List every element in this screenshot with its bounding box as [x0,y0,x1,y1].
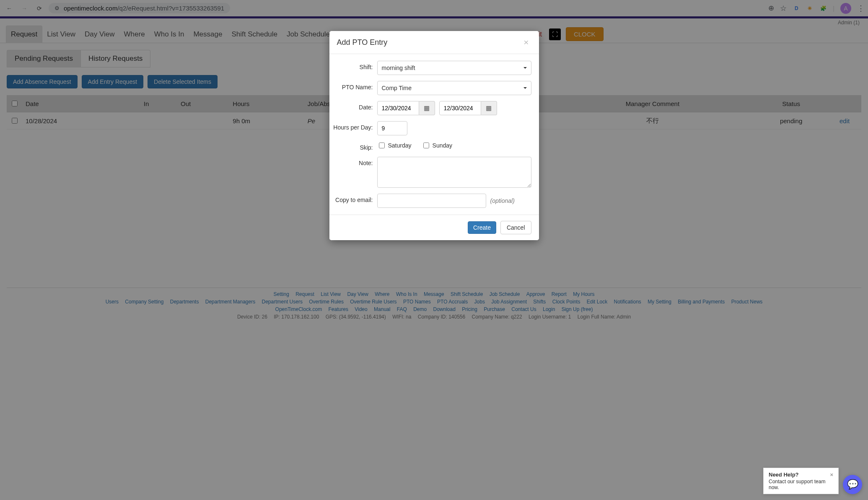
date-to-group [439,101,497,115]
skip-sunday-option[interactable]: Sunday [422,141,452,150]
skip-sunday-label: Sunday [433,142,452,149]
skip-sunday-checkbox[interactable] [423,142,429,148]
date-from-group [377,101,435,115]
pto-select[interactable]: Comp Time [377,81,531,95]
hours-per-day-input[interactable] [377,121,407,135]
copy-email-input[interactable] [377,194,486,208]
cancel-button[interactable]: Cancel [500,221,531,234]
label-copy-email: Copy to email: [331,194,377,203]
modal-footer: Create Cancel [329,215,539,240]
pto-value: Comp Time [382,85,412,91]
label-shift: Shift: [337,61,377,70]
calendar-icon[interactable] [419,101,435,115]
modal-body: Shift: morning shift PTO Name: Comp Time… [329,54,539,215]
optional-label: (optional) [490,197,515,204]
skip-saturday-checkbox[interactable] [379,142,385,148]
close-icon[interactable]: × [521,37,531,48]
label-note: Note: [337,157,377,166]
label-date: Date: [337,101,377,111]
modal-header: Add PTO Entry × [329,31,539,54]
add-pto-modal: Add PTO Entry × Shift: morning shift PTO… [329,31,539,240]
shift-select[interactable]: morning shift [377,61,531,75]
modal-title: Add PTO Entry [337,38,388,47]
skip-saturday-label: Saturday [388,142,412,149]
calendar-icon[interactable] [481,101,497,115]
skip-saturday-option[interactable]: Saturday [377,141,412,150]
label-hpd: Hours per Day: [327,121,377,131]
shift-value: morning shift [382,65,415,71]
label-pto: PTO Name: [337,81,377,91]
label-skip: Skip: [337,141,377,151]
date-to-input[interactable] [439,101,481,115]
note-textarea[interactable] [377,157,531,188]
create-button[interactable]: Create [468,221,496,234]
date-from-input[interactable] [377,101,419,115]
